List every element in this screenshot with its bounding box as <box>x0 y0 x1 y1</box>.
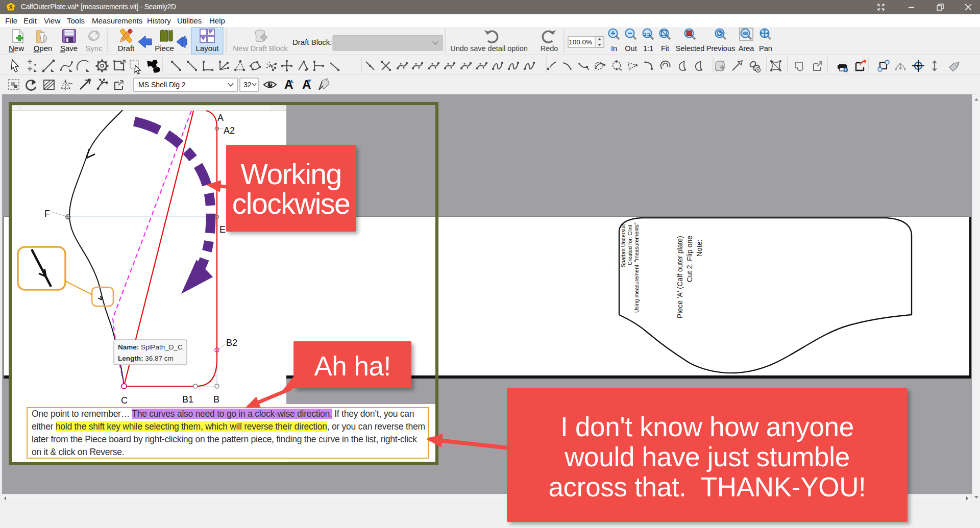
svg-text:B: B <box>213 394 219 405</box>
svg-text:In: In <box>611 44 617 53</box>
svg-text:A: A <box>284 78 293 91</box>
svg-text:Length: 36.87 cm: Length: 36.87 cm <box>118 355 174 362</box>
svg-text:Area: Area <box>739 44 755 53</box>
svg-text:Note:: Note: <box>695 240 703 257</box>
svg-text:Open: Open <box>34 44 53 53</box>
svg-text:Cut 2, Flip one: Cut 2, Flip one <box>685 236 694 282</box>
svg-text:Created for: Clint: Created for: Clint <box>627 225 633 265</box>
svg-text:Using measurement: "measuremen: Using measurement: "measurements" <box>633 222 640 313</box>
svg-text:Layout: Layout <box>195 44 219 53</box>
svg-text:S: S <box>9 4 13 11</box>
svg-text:32: 32 <box>243 81 252 89</box>
svg-text:Draft: Draft <box>118 44 135 53</box>
svg-text:Redo: Redo <box>541 44 558 53</box>
svg-text:Out: Out <box>625 44 636 53</box>
svg-text:A: A <box>217 113 224 123</box>
svg-text:Fit: Fit <box>661 44 669 53</box>
svg-text:Piece 'A' (Calf outer plate): Piece 'A' (Calf outer plate) <box>676 236 684 318</box>
svg-text:F: F <box>44 209 50 219</box>
svg-text:B2: B2 <box>226 338 237 348</box>
svg-text:Spartan Undersuit: Spartan Undersuit <box>620 224 626 267</box>
svg-text:Pan: Pan <box>759 44 772 53</box>
svg-text:100.0%: 100.0% <box>569 38 592 46</box>
svg-text:Selected: Selected <box>676 44 704 53</box>
svg-text:E: E <box>219 224 226 235</box>
svg-text:Name: SplPath_D_C: Name: SplPath_D_C <box>118 343 183 351</box>
svg-text:New Draft Block: New Draft Block <box>233 44 288 53</box>
svg-text:Sync: Sync <box>85 44 103 53</box>
svg-text:1:1: 1:1 <box>644 32 650 37</box>
svg-text:MS Shell Dlg 2: MS Shell Dlg 2 <box>138 81 186 89</box>
svg-text:Undo save detail option: Undo save detail option <box>450 44 528 53</box>
svg-text:1:1: 1:1 <box>643 44 653 53</box>
svg-text:Save: Save <box>60 44 78 53</box>
svg-text:B1: B1 <box>182 394 193 405</box>
svg-text:New: New <box>9 44 24 53</box>
svg-text:Piece: Piece <box>155 44 174 53</box>
svg-text:Previous: Previous <box>706 44 735 53</box>
svg-text:Draft Block:: Draft Block: <box>292 38 332 46</box>
svg-text:A2: A2 <box>224 125 235 136</box>
